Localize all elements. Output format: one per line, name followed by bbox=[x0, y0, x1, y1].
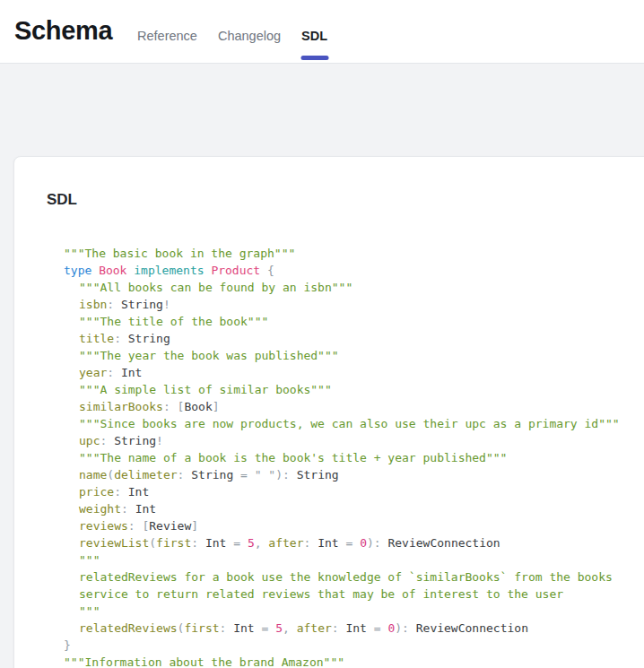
tab-changelog[interactable]: Changelog bbox=[218, 0, 281, 64]
code-line: """Information about the brand Amazon""" bbox=[64, 654, 644, 668]
code-line: relatedReviews for a book use the knowle… bbox=[64, 568, 644, 586]
code-line: """The name of a book is the book's titl… bbox=[64, 449, 644, 466]
code-line: isbn: String! bbox=[64, 296, 644, 313]
tab-bar: Reference Changelog SDL bbox=[137, 0, 327, 64]
code-line: """ bbox=[64, 603, 644, 620]
code-line: relatedReviews(first: Int = 5, after: In… bbox=[64, 620, 644, 637]
code-line: """The year the book was published""" bbox=[64, 347, 644, 364]
sdl-code-block: """The basic book in the graph"""type Bo… bbox=[14, 209, 644, 668]
tab-sdl[interactable]: SDL bbox=[301, 0, 327, 64]
code-line: name(delimeter: String = " "): String bbox=[64, 466, 644, 483]
code-line: } bbox=[64, 637, 644, 654]
code-line: """All books can be found by an isbn""" bbox=[64, 279, 644, 296]
code-line: """The basic book in the graph""" bbox=[64, 245, 644, 262]
code-line: type Book implements Product { bbox=[64, 262, 644, 279]
tab-changelog-label: Changelog bbox=[218, 29, 281, 43]
tab-reference-label: Reference bbox=[137, 29, 197, 43]
tab-reference[interactable]: Reference bbox=[137, 0, 197, 64]
code-line: title: String bbox=[64, 330, 644, 347]
page-title: Schema bbox=[14, 16, 112, 46]
code-line: similarBooks: [Book] bbox=[64, 398, 644, 415]
code-line: reviews: [Review] bbox=[64, 517, 644, 534]
code-line: weight: Int bbox=[64, 500, 644, 517]
page-header: Schema Reference Changelog SDL bbox=[0, 0, 644, 64]
code-line: year: Int bbox=[64, 364, 644, 381]
code-line: service to return related reviews that m… bbox=[64, 586, 644, 603]
sdl-panel-heading: SDL bbox=[47, 191, 644, 209]
code-line: price: Int bbox=[64, 483, 644, 500]
tab-sdl-label: SDL bbox=[301, 29, 327, 43]
sdl-panel: SDL """The basic book in the graph"""typ… bbox=[13, 156, 644, 668]
code-line: reviewList(first: Int = 5, after: Int = … bbox=[64, 534, 644, 551]
page-background: SDL """The basic book in the graph"""typ… bbox=[0, 64, 644, 668]
code-line: """Since books are now products, we can … bbox=[64, 415, 644, 432]
code-line: """A simple list of similar books""" bbox=[64, 381, 644, 398]
code-line: upc: String! bbox=[64, 432, 644, 449]
active-tab-indicator bbox=[300, 56, 328, 60]
code-line: """ bbox=[64, 551, 644, 568]
code-line: """The title of the book""" bbox=[64, 313, 644, 330]
